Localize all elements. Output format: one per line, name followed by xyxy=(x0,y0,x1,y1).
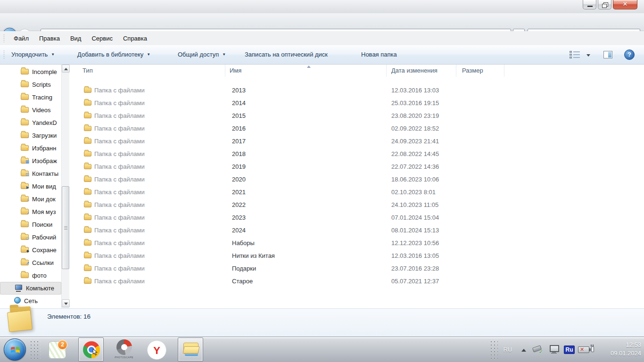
file-name-cell[interactable]: 2015 xyxy=(232,109,246,122)
taskbar-explorer-button[interactable] xyxy=(178,337,203,362)
file-type-cell: Папка с файлами xyxy=(94,122,145,135)
file-name-cell[interactable]: Старое xyxy=(232,275,253,288)
taskbar-grip[interactable] xyxy=(489,339,498,361)
table-row[interactable]: Папка с файлами 2014 25.03.2016 19:15 xyxy=(79,97,644,109)
sidebar-item[interactable]: Моя муз xyxy=(0,206,61,218)
file-name-cell[interactable]: 2020 xyxy=(232,173,246,186)
command-button[interactable]: Добавить в библиотеку▼ xyxy=(73,49,155,61)
column-header[interactable]: Тип xyxy=(79,65,225,77)
table-row[interactable]: Папка с файлами 2018 22.08.2022 14:45 xyxy=(79,148,644,160)
folder-icon xyxy=(84,88,91,93)
file-name-cell[interactable]: Нитки из Китая xyxy=(232,249,275,262)
sidebar-item[interactable]: Videos xyxy=(0,104,61,116)
file-name-cell[interactable]: 2017 xyxy=(232,135,246,148)
taskbar-chrome-button[interactable] xyxy=(78,337,104,362)
sidebar-item[interactable]: Поиски xyxy=(0,218,61,231)
help-button[interactable] xyxy=(624,49,635,60)
sidebar-item[interactable]: YandexD xyxy=(0,116,61,129)
table-row[interactable]: Папка с файлами 2016 02.09.2022 18:52 xyxy=(79,122,644,135)
taskbar-clock[interactable]: 12:53 09.01.2024 xyxy=(594,341,641,358)
close-button[interactable] xyxy=(613,0,637,9)
table-row[interactable]: Папка с файлами 2020 18.06.2023 10:06 xyxy=(79,173,644,186)
taskbar-photoscape-button[interactable]: PHOTOSCAPE xyxy=(110,338,138,362)
command-button[interactable]: Общий доступ▼ xyxy=(173,49,231,61)
column-header[interactable]: Размер xyxy=(456,65,504,77)
battery-status-icon[interactable] xyxy=(578,346,589,353)
punto-switcher-icon[interactable]: Ru xyxy=(564,346,575,354)
menu-item[interactable]: Вид xyxy=(65,33,87,44)
file-name-cell[interactable]: 2016 xyxy=(232,122,246,135)
clock-date: 09.01.2024 xyxy=(594,349,641,358)
table-row[interactable]: Папка с файлами Подарки 23.07.2016 23:28 xyxy=(79,262,644,275)
start-button[interactable] xyxy=(4,338,26,361)
scroll-down-button[interactable] xyxy=(62,299,70,307)
explorer-main: Incomple Scripts Tracing Videos YandexD … xyxy=(0,65,644,308)
sidebar-item[interactable]: Мои вид xyxy=(0,180,61,193)
safely-remove-hardware-icon[interactable] xyxy=(532,345,543,354)
file-name-cell[interactable]: 2022 xyxy=(232,198,246,211)
sidebar-item[interactable]: Компьюте xyxy=(0,282,61,295)
minimize-button[interactable] xyxy=(583,0,596,9)
table-row[interactable]: Папка с файлами 2021 02.10.2023 8:01 xyxy=(79,186,644,198)
column-header[interactable]: Дата изменения xyxy=(387,65,456,77)
table-row[interactable]: Папка с файлами Наборы 12.12.2023 10:56 xyxy=(79,237,644,249)
command-button[interactable]: Новая папка▼ xyxy=(356,49,402,61)
file-date-cell: 02.09.2022 18:52 xyxy=(391,122,439,135)
file-name-cell[interactable]: 2021 xyxy=(232,186,246,198)
change-view-button[interactable] xyxy=(570,51,581,59)
table-row[interactable]: Папка с файлами 2023 07.01.2024 15:04 xyxy=(79,211,644,224)
folder-icon xyxy=(84,164,91,169)
network-status-icon[interactable] xyxy=(548,344,560,355)
table-row[interactable]: Папка с файлами 2017 24.09.2023 21:41 xyxy=(79,135,644,148)
restore-button[interactable] xyxy=(598,0,611,9)
sidebar-item[interactable]: Tracing xyxy=(0,91,61,104)
sidebar-item[interactable]: Контакты xyxy=(0,167,61,180)
table-row[interactable]: Папка с файлами 2015 23.08.2020 23:19 xyxy=(79,109,644,122)
change-view-dropdown-icon[interactable] xyxy=(586,54,590,57)
sidebar-item[interactable]: Сеть xyxy=(0,295,61,307)
file-name-cell[interactable]: Подарки xyxy=(232,262,256,275)
show-hidden-icons-button[interactable] xyxy=(521,349,526,352)
sidebar-item[interactable]: Incomple xyxy=(0,66,61,78)
sidebar-item[interactable]: Scripts xyxy=(0,78,61,91)
menu-item[interactable]: Сервис xyxy=(86,33,118,44)
preview-pane-button[interactable] xyxy=(603,51,612,58)
table-row[interactable]: Папка с файлами Нитки из Китая 12.03.201… xyxy=(79,249,644,262)
taskbar-2gis-icon[interactable]: 2 xyxy=(49,341,66,359)
table-row[interactable]: Папка с файлами 2024 08.01.2024 15:13 xyxy=(79,224,644,237)
sidebar-item[interactable]: Мои док xyxy=(0,193,61,206)
scrollbar-thumb[interactable] xyxy=(62,186,69,269)
sidebar-item[interactable]: Избранн xyxy=(0,142,61,155)
language-indicator[interactable]: RU xyxy=(501,337,515,362)
items-count-label: Элементов: 16 xyxy=(47,313,91,320)
file-type-cell: Папка с файлами xyxy=(94,84,145,97)
table-row[interactable]: Папка с файлами Старое 05.07.2021 12:37 xyxy=(79,275,644,288)
table-row[interactable]: Папка с файлами 2019 22.07.2022 14:36 xyxy=(79,160,644,173)
file-name-cell[interactable]: Наборы xyxy=(232,237,255,249)
sort-ascending-icon[interactable] xyxy=(307,66,311,68)
column-header[interactable]: Имя xyxy=(225,65,387,77)
sidebar-item[interactable]: Сохране xyxy=(0,244,61,256)
menu-item[interactable]: Справка xyxy=(118,33,152,44)
command-button[interactable]: Упорядочить▼ xyxy=(7,49,59,61)
sidebar-item[interactable]: Рабочий xyxy=(0,231,61,244)
command-button[interactable]: Записать на оптический диск▼ xyxy=(240,49,332,61)
file-name-cell[interactable]: 2014 xyxy=(232,97,246,109)
sidebar-item[interactable]: Ссылки xyxy=(0,256,61,269)
file-name-cell[interactable]: 2013 xyxy=(232,84,246,97)
file-name-cell[interactable]: 2019 xyxy=(232,160,246,173)
taskbar-grip[interactable] xyxy=(29,339,41,361)
sidebar-scrollbar[interactable] xyxy=(61,65,69,308)
table-row[interactable]: Папка с файлами 2022 24.10.2023 11:05 xyxy=(79,198,644,211)
taskbar-yandex-button[interactable]: Y xyxy=(147,340,166,360)
sidebar-item[interactable]: Изображ xyxy=(0,155,61,167)
menu-item[interactable]: Правка xyxy=(34,33,65,44)
table-row[interactable]: Папка с файлами 2013 12.03.2016 13:03 xyxy=(79,84,644,97)
menu-item[interactable]: Файл xyxy=(8,33,34,44)
sidebar-item[interactable]: фото xyxy=(0,269,61,282)
file-name-cell[interactable]: 2023 xyxy=(232,211,246,224)
file-name-cell[interactable]: 2018 xyxy=(232,148,246,160)
file-name-cell[interactable]: 2024 xyxy=(232,224,246,237)
sidebar-item[interactable]: Загрузки xyxy=(0,129,61,142)
scroll-up-button[interactable] xyxy=(62,65,70,73)
